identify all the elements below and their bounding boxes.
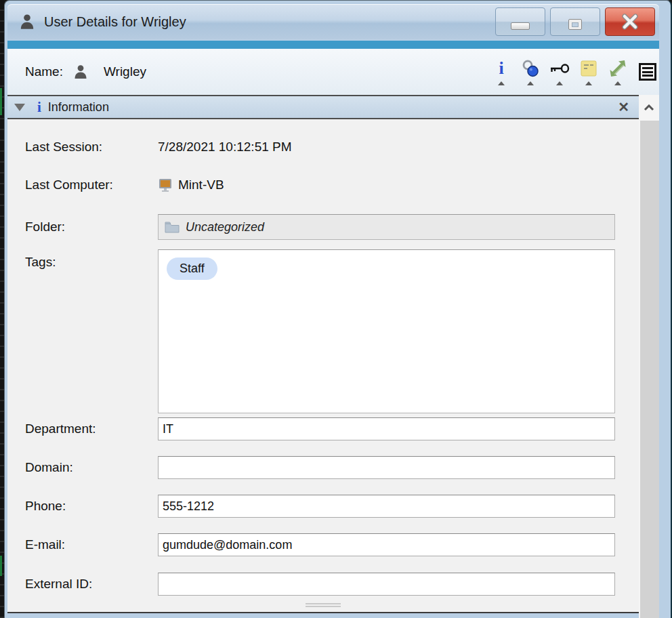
- transfer-arrows-icon: [608, 58, 628, 79]
- transfer-button[interactable]: [608, 58, 628, 85]
- notes-icon: [580, 60, 597, 77]
- name-row: Name: Wrigley i: [7, 49, 659, 95]
- close-button[interactable]: [605, 7, 655, 36]
- phone-label: Phone:: [25, 499, 158, 514]
- accent-bar: [7, 41, 659, 49]
- maximize-icon: [568, 19, 582, 30]
- screenshot-root: User Details for Wrigley: [0, 0, 672, 618]
- tags-field[interactable]: Staff: [158, 249, 615, 413]
- key-button[interactable]: [549, 58, 570, 85]
- last-computer-label: Last Computer:: [25, 178, 158, 192]
- panel-list-icon[interactable]: [639, 63, 656, 81]
- external-id-input[interactable]: [158, 573, 615, 596]
- dropdown-caret-icon: [585, 81, 592, 85]
- domain-row: Domain:: [25, 456, 615, 479]
- close-icon: [621, 14, 639, 30]
- keys-icon: [521, 59, 540, 78]
- user-details-window: User Details for Wrigley: [4, 0, 672, 618]
- chevron-up-icon: [644, 104, 654, 111]
- phone-row: Phone:: [25, 495, 615, 518]
- minimize-icon: [511, 22, 530, 30]
- folder-field[interactable]: Uncategorized: [158, 214, 615, 240]
- information-section-header[interactable]: i Information ✕: [7, 95, 639, 119]
- email-input[interactable]: [158, 533, 615, 556]
- dropdown-caret-icon: [527, 81, 534, 85]
- last-computer-row: Last Computer: Mint-VB: [25, 178, 615, 192]
- email-label: E-mail:: [25, 537, 158, 552]
- folder-row: Folder: Uncategorized: [25, 214, 615, 240]
- name-label: Name:: [25, 64, 63, 79]
- external-id-row: External ID:: [25, 573, 615, 596]
- section-title: Information: [48, 100, 109, 115]
- scrollbar-track[interactable]: [639, 121, 659, 618]
- phone-input[interactable]: [158, 495, 615, 518]
- notes-button[interactable]: [579, 58, 599, 85]
- user-icon: [72, 64, 89, 80]
- maximize-button[interactable]: [550, 7, 600, 36]
- dropdown-caret-icon: [614, 81, 621, 85]
- folder-value: Uncategorized: [186, 220, 264, 234]
- last-computer-value: Mint-VB: [178, 178, 224, 192]
- department-input[interactable]: [158, 417, 615, 440]
- user-icon: [18, 13, 36, 30]
- tags-label: Tags:: [25, 255, 158, 270]
- information-fields: Last Session: 7/28/2021 10:12:51 PM Last…: [7, 119, 639, 612]
- information-icon: i: [499, 60, 503, 77]
- scroll-up-button[interactable]: [639, 95, 659, 121]
- name-value: Wrigley: [104, 64, 146, 79]
- department-row: Department:: [25, 417, 615, 440]
- folder-label: Folder:: [25, 220, 158, 234]
- tags-row: Tags: Staff: [25, 249, 615, 413]
- last-session-label: Last Session:: [25, 140, 158, 154]
- key-icon: [549, 62, 570, 75]
- department-label: Department:: [25, 421, 158, 436]
- computer-icon: [158, 178, 173, 192]
- information-icon: i: [37, 100, 41, 115]
- resize-grip[interactable]: [306, 602, 341, 609]
- dropdown-caret-icon: [498, 81, 505, 85]
- domain-label: Domain:: [25, 460, 158, 475]
- keys-button[interactable]: [520, 58, 541, 85]
- minimize-button[interactable]: [495, 7, 545, 36]
- external-id-label: External ID:: [25, 577, 158, 592]
- email-row: E-mail:: [25, 533, 615, 556]
- section-close-icon[interactable]: ✕: [618, 99, 629, 115]
- collapse-triangle-icon[interactable]: [14, 104, 25, 111]
- title-bar[interactable]: User Details for Wrigley: [7, 4, 659, 39]
- vertical-scrollbar: [639, 95, 659, 618]
- last-session-row: Last Session: 7/28/2021 10:12:51 PM: [25, 140, 615, 154]
- window-title: User Details for Wrigley: [44, 14, 186, 30]
- dropdown-caret-icon: [556, 81, 563, 85]
- user-toolbar: i: [491, 58, 628, 85]
- domain-input[interactable]: [158, 456, 615, 479]
- tag-pill[interactable]: Staff: [167, 258, 217, 280]
- information-button[interactable]: i: [491, 58, 511, 85]
- last-session-value: 7/28/2021 10:12:51 PM: [158, 140, 292, 154]
- information-panel: i Information ✕ Last Session: 7/28/2021 …: [7, 95, 639, 613]
- folder-icon: [165, 221, 180, 233]
